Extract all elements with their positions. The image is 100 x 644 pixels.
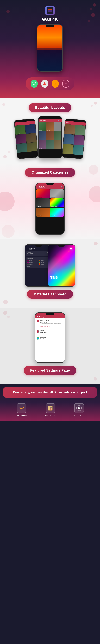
svg-point-5 (50, 12, 50, 13)
svg-rect-4 (48, 8, 52, 10)
doc-support-banner: Don't worry, We have the full Documentat… (3, 387, 97, 398)
bottom-icons-row: </> Easy Structure User M (3, 402, 97, 418)
material-dashboard-label: Material Dashboard (27, 290, 73, 298)
code-icon: </> (19, 406, 24, 411)
phones-row: Wall4K Android ⋮ Zurich nature Blue Stor… (15, 116, 85, 158)
video-tutorial-label: Video Tutorial (74, 414, 85, 416)
category-architecture: Architecture (36, 208, 50, 217)
dashboard-phone-right: TN6 (48, 244, 75, 286)
doc-support-text: Don't worry, We have the full Documentat… (13, 390, 87, 394)
svg-line-8 (33, 82, 33, 83)
language-default: Default (40, 338, 46, 340)
categories-count: 6 Wallpapers (39, 187, 45, 188)
easy-structure-icon-box[interactable]: </> (16, 403, 26, 413)
easy-structure-label: Easy Structure (15, 414, 27, 416)
hero-phone (37, 24, 63, 72)
organized-categories-label: Organized Categories (25, 168, 75, 177)
category-abstract: Abstract Art (36, 189, 50, 198)
layout-phone-2: Wall4K Android 🔍 ⋮ Lake Night... Lake Cr… (38, 116, 62, 158)
hero-section: Wall 4K (0, 0, 100, 98)
app-title: Wall 4K (42, 17, 58, 22)
svg-marker-21 (78, 407, 81, 409)
categories-section: Organized Categories ← Abstract 6 Wallpa… (0, 163, 100, 240)
beautiful-layouts-label: Beautiful Layouts (29, 103, 72, 112)
user-manual-icon-box[interactable] (46, 403, 55, 413)
theme-title: Theme (40, 330, 55, 332)
layout-phone-3: Wall4K Android London Nike Wall... (62, 118, 86, 159)
android-icon (30, 80, 38, 88)
neon-text: TN6 (50, 276, 58, 280)
user-manual-item: User Manual (45, 403, 55, 416)
svg-marker-11 (43, 82, 45, 85)
data-cache-title: Data & Cache (40, 320, 63, 321)
bottom-section: Don't worry, We have the full Documentat… (0, 384, 100, 421)
dark-theme-desc: Switch between dark or light theme (40, 334, 55, 334)
featured-settings-label: Featured Settings Page (24, 366, 77, 375)
category-street: Street Art (36, 198, 50, 208)
categories-phone: ← Abstract 6 Wallpapers 🔍 Abstract Art A… (35, 182, 65, 234)
easy-structure-item: </> Easy Structure (15, 403, 27, 416)
svg-point-7 (35, 84, 35, 85)
api-icon: API (62, 80, 70, 88)
dashboard-section: ← Abstract Art #f07d1 Abstract Art Plane… (0, 240, 100, 308)
category-rainbow: Rainbow frame (50, 198, 64, 208)
svg-text:</>: </> (19, 406, 24, 410)
clear-cache-desc: Remove image cache from your storage cre… (40, 323, 63, 326)
settings-section: ☰ Settings ☰ Data & Cache Clear Cache Re… (0, 308, 100, 384)
tech-icons-row: API (26, 77, 74, 90)
video-tutorial-icon-box[interactable] (74, 403, 84, 413)
cache-size: Cache Size: 3.50 MB (40, 326, 63, 327)
layout-phone-1: Wall4K Android ⋮ Zurich nature Blue Stor… (14, 118, 38, 159)
others-option: Others (40, 341, 63, 342)
dark-theme-title: Dark Theme (40, 332, 55, 334)
video-tutorial-item: Video Tutorial (74, 403, 85, 416)
category-neon: Planet All (50, 208, 64, 217)
svg-rect-15 (49, 406, 49, 410)
layouts-section: Beautiful Layouts Wall4K Android ⋮ Zuric… (0, 98, 100, 163)
app-icon (45, 6, 55, 16)
material-icon (41, 80, 48, 88)
play-icon (76, 405, 82, 411)
user-manual-label: User Manual (45, 414, 55, 416)
categories-header-title: Abstract (39, 186, 45, 187)
svg-rect-12 (43, 85, 46, 85)
svg-point-6 (33, 84, 34, 85)
category-animal: Animal Art (50, 189, 64, 198)
svg-point-19 (50, 408, 51, 409)
settings-title: Settings (39, 316, 45, 318)
clear-cache-title: Clear Cache (40, 322, 63, 323)
svg-line-9 (35, 82, 36, 83)
firebase-icon (52, 80, 59, 88)
settings-phone: ☰ Settings ☰ Data & Cache Clear Cache Re… (35, 312, 65, 363)
book-icon (48, 405, 53, 411)
language-title: Language (40, 337, 46, 338)
